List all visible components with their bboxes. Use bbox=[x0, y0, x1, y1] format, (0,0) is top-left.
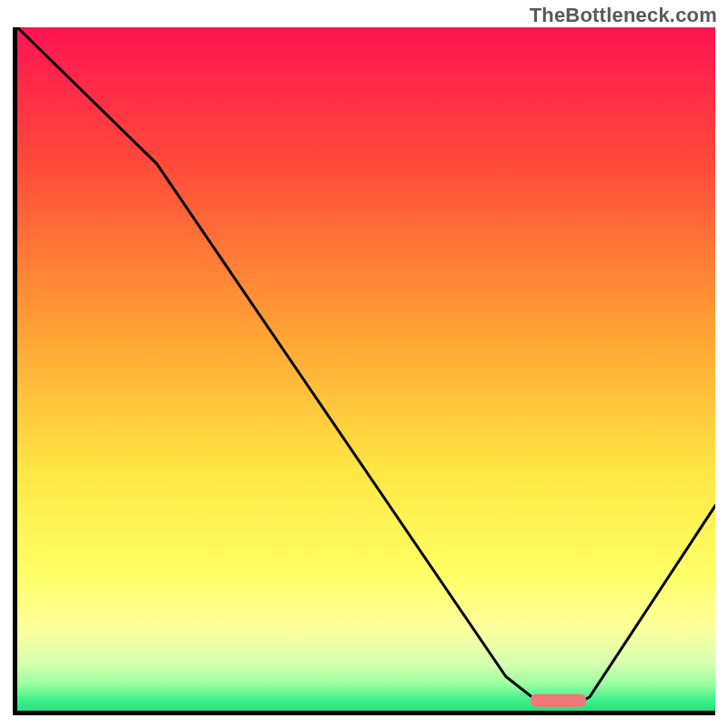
chart-stage: TheBottleneck.com bbox=[0, 0, 728, 728]
watermark-text: TheBottleneck.com bbox=[530, 4, 717, 27]
optimum-marker bbox=[531, 694, 586, 707]
plot-frame bbox=[13, 27, 715, 715]
plot-svg bbox=[17, 27, 715, 711]
